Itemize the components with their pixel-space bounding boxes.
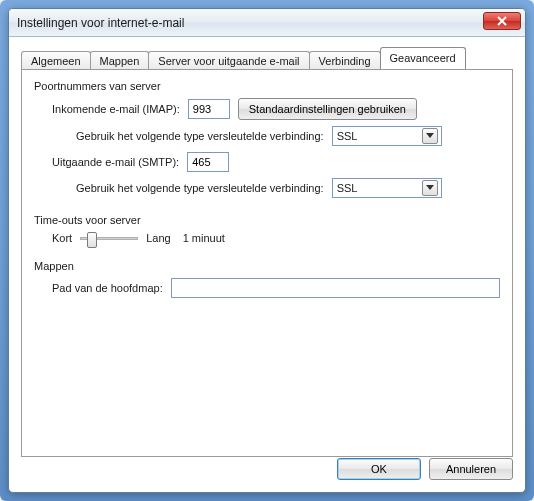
imap-encryption-select[interactable]: SSL [332,126,442,146]
tab-mappen[interactable]: Mappen [90,51,150,70]
chevron-down-icon [422,128,438,144]
close-icon [497,16,507,26]
group-ports-legend: Poortnummers van server [34,80,165,92]
imap-encryption-label: Gebruik het volgende type versleutelde v… [76,130,324,142]
window-title: Instellingen voor internet-e-mail [17,16,184,30]
chevron-down-icon [422,180,438,196]
close-button[interactable] [483,12,521,30]
tab-algemeen[interactable]: Algemeen [21,51,91,70]
timeout-slider[interactable] [80,237,138,240]
group-timeouts: Time-outs voor server Kort Lang 1 minuut [34,214,500,252]
timeout-value: 1 minuut [183,232,225,244]
imap-port-label: Inkomende e-mail (IMAP): [52,103,180,115]
ok-button[interactable]: OK [337,458,421,480]
smtp-port-label: Uitgaande e-mail (SMTP): [52,156,179,168]
client-area: Algemeen Mappen Server voor uitgaande e-… [9,37,525,492]
group-folders: Mappen Pad van de hoofdmap: [34,260,500,306]
dialog-window: Instellingen voor internet-e-mail Algeme… [8,8,526,493]
smtp-encryption-select[interactable]: SSL [332,178,442,198]
defaults-button[interactable]: Standaardinstellingen gebruiken [238,98,417,120]
tab-panel-geavanceerd: Poortnummers van server Inkomende e-mail… [21,69,513,457]
tab-strip: Algemeen Mappen Server voor uitgaande e-… [21,47,513,69]
titlebar: Instellingen voor internet-e-mail [9,9,525,37]
group-ports: Poortnummers van server Inkomende e-mail… [34,80,500,206]
cancel-button[interactable]: Annuleren [429,458,513,480]
tab-verbinding[interactable]: Verbinding [309,51,381,70]
slider-thumb[interactable] [87,232,97,248]
tab-geavanceerd[interactable]: Geavanceerd [380,47,466,69]
imap-port-input[interactable] [188,99,230,119]
imap-encryption-value: SSL [337,130,358,142]
smtp-encryption-label: Gebruik het volgende type versleutelde v… [76,182,324,194]
timeout-short-label: Kort [52,232,72,244]
smtp-encryption-value: SSL [337,182,358,194]
group-timeouts-legend: Time-outs voor server [34,214,145,226]
group-folders-legend: Mappen [34,260,78,272]
root-folder-label: Pad van de hoofdmap: [52,282,163,294]
dialog-buttons: OK Annuleren [337,458,513,480]
smtp-port-input[interactable] [187,152,229,172]
timeout-long-label: Lang [146,232,170,244]
tab-uitgaand[interactable]: Server voor uitgaande e-mail [148,51,309,70]
root-folder-input[interactable] [171,278,500,298]
